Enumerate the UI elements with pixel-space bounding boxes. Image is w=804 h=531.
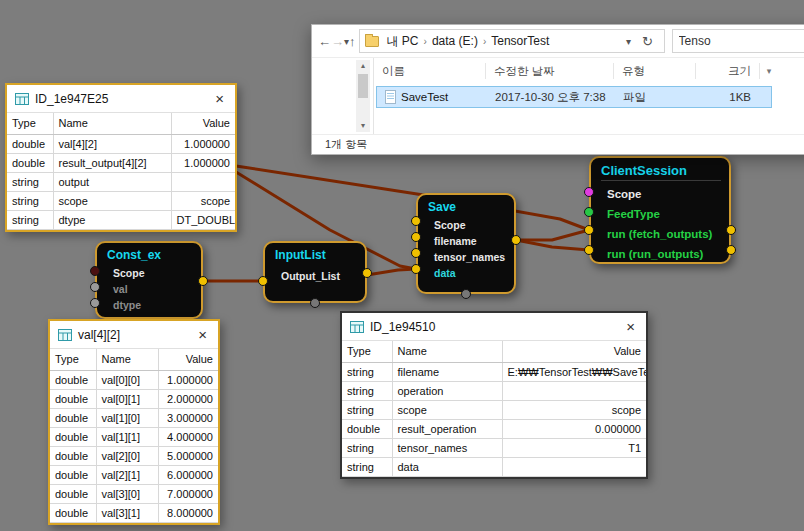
scrollbar-thumb[interactable] <box>358 74 368 98</box>
table-row[interactable]: double val[1][1] 4.000000 <box>50 427 218 446</box>
file-row-savetest[interactable]: SaveTest 2017-10-30 오후 7:38 파일 1KB <box>376 86 772 108</box>
table-row[interactable]: string operation <box>342 381 646 400</box>
input-port[interactable] <box>258 276 268 286</box>
input-port-run-fetch[interactable] <box>584 225 594 235</box>
port-label-run-run: run (run_outputs) <box>607 244 721 264</box>
explorer-body: ▴ ▾ 이름 수정한 날짜 유형 크기 ▾ <box>312 57 804 134</box>
port-label-scope: Scope <box>113 265 193 281</box>
table-row[interactable]: double result_output[4][2] 1.000000 <box>7 153 235 172</box>
table-row[interactable]: double val[3][1] 8.000000 <box>50 503 218 522</box>
table-row[interactable]: string filename E:₩₩TensorTest₩₩SaveTest <box>342 362 646 381</box>
table-row[interactable]: string output <box>7 172 235 191</box>
flow-port[interactable] <box>310 298 320 308</box>
cell-type: string <box>7 210 53 229</box>
file-list: 이름 수정한 날짜 유형 크기 ▾ SaveTest <box>374 58 804 134</box>
cell-name: val[1][0] <box>96 408 158 427</box>
cell-value: 5.000000 <box>158 446 218 465</box>
input-port-feedtype[interactable] <box>584 207 594 217</box>
table-header-row: Type Name Value <box>342 341 646 362</box>
column-header-size[interactable]: 크기 <box>696 63 760 79</box>
file-name: SaveTest <box>401 91 448 103</box>
column-header-type[interactable]: 유형 <box>614 63 696 79</box>
output-port[interactable] <box>198 276 208 286</box>
address-dropdown-chevron-icon[interactable]: ▾ <box>621 36 637 47</box>
cell-value: E:₩₩TensorTest₩₩SaveTest <box>502 362 646 381</box>
input-port-scope[interactable] <box>411 216 421 226</box>
column-header-name[interactable]: 이름 <box>374 63 486 79</box>
node-const-ex[interactable]: Const_ex Scope val dtype <box>95 241 203 319</box>
node-inputlist[interactable]: InputList Output_List <box>263 241 367 303</box>
forward-icon[interactable]: → <box>331 34 344 49</box>
input-port-scope[interactable] <box>90 266 100 276</box>
port-label-data: data <box>434 265 506 281</box>
node-clientsession[interactable]: ClientSession Scope FeedType run (fetch_… <box>589 156 731 264</box>
explorer-toolbar: ← → ▾ ↑ 내 PC › data (E:) › TensorTest ▾ … <box>312 25 804 57</box>
output-port[interactable] <box>362 268 372 278</box>
cell-name: val[2][1] <box>96 465 158 484</box>
file-icon <box>385 90 396 104</box>
close-icon[interactable]: × <box>212 91 227 106</box>
address-bar[interactable]: 내 PC › data (E:) › TensorTest ▾ ↻ <box>359 29 665 53</box>
table-row[interactable]: double result_operation 0.000000 <box>342 419 646 438</box>
scroll-up-icon[interactable]: ▴ <box>361 60 365 72</box>
input-port-filename[interactable] <box>411 232 421 242</box>
size-filter-chevron-icon[interactable]: ▾ <box>760 66 778 76</box>
breadcrumb-root[interactable]: 내 PC <box>382 33 424 50</box>
flow-port[interactable] <box>461 289 471 299</box>
tree-scrollbar[interactable]: ▴ ▾ <box>356 60 370 132</box>
search-input[interactable] <box>672 29 804 53</box>
cell-value <box>502 457 646 476</box>
node-editor-canvas[interactable]: Const_ex Scope val dtype InputList Outpu… <box>0 0 804 531</box>
cell-type: double <box>7 153 53 172</box>
cell-type: double <box>50 484 96 503</box>
refresh-icon[interactable]: ↻ <box>637 34 659 49</box>
cell-name: output <box>53 172 171 191</box>
scroll-down-icon[interactable]: ▾ <box>361 120 365 132</box>
input-port-run-run[interactable] <box>584 245 594 255</box>
output-port-run-run[interactable] <box>726 245 736 255</box>
output-port-run-fetch[interactable] <box>726 225 736 235</box>
input-port-tensor-names[interactable] <box>411 248 421 258</box>
table-row[interactable]: double val[4][2] 1.000000 <box>7 134 235 153</box>
breadcrumb-drive[interactable]: data (E:) <box>427 34 483 48</box>
table-icon <box>350 321 364 333</box>
table-row[interactable]: double val[3][0] 7.000000 <box>50 484 218 503</box>
input-port-scope[interactable] <box>584 187 594 197</box>
table-row[interactable]: double val[2][1] 6.000000 <box>50 465 218 484</box>
panel-titlebar[interactable]: ID_1e947E25 × <box>7 85 235 113</box>
table-row[interactable]: double val[0][0] 1.000000 <box>50 370 218 389</box>
table-row[interactable]: double val[1][0] 3.000000 <box>50 408 218 427</box>
cell-value: 7.000000 <box>158 484 218 503</box>
cell-type: double <box>50 408 96 427</box>
table-row[interactable]: double val[0][1] 2.000000 <box>50 389 218 408</box>
close-icon[interactable]: × <box>623 319 638 334</box>
panel-titlebar[interactable]: val[4][2] × <box>50 321 218 349</box>
breadcrumb-folder[interactable]: TensorTest <box>486 34 554 48</box>
output-port[interactable] <box>511 235 521 245</box>
port-label-dtype: dtype <box>113 297 193 313</box>
table-row[interactable]: string tensor_names T1 <box>342 438 646 457</box>
cell-name: scope <box>392 400 502 419</box>
panel-titlebar[interactable]: ID_1e94510 × <box>342 313 646 341</box>
table-row[interactable]: string dtype DT_DOUBLE <box>7 210 235 229</box>
file-modified: 2017-10-30 오후 7:38 <box>487 90 615 105</box>
input-port-val[interactable] <box>90 282 100 292</box>
properties-table: Type Name Value double val[0][0] 1.00000… <box>50 349 218 523</box>
node-save[interactable]: Save Scope filename tensor_names data <box>416 193 516 294</box>
table-header-row: Type Name Value <box>7 113 235 134</box>
table-row[interactable]: string data <box>342 457 646 476</box>
input-port-dtype[interactable] <box>90 298 100 308</box>
col-value: Value <box>158 349 218 370</box>
table-row[interactable]: string scope scope <box>7 191 235 210</box>
cell-name: val[1][1] <box>96 427 158 446</box>
properties-panel-2: val[4][2] × Type Name Value double val[0… <box>48 319 220 525</box>
close-icon[interactable]: × <box>195 327 210 342</box>
column-header-modified[interactable]: 수정한 날짜 <box>486 63 614 79</box>
up-icon[interactable]: ↑ <box>349 34 356 49</box>
table-row[interactable]: double val[2][0] 5.000000 <box>50 446 218 465</box>
back-icon[interactable]: ← <box>318 34 331 49</box>
cell-name: val[3][0] <box>96 484 158 503</box>
table-row[interactable]: string scope scope <box>342 400 646 419</box>
table-icon <box>58 329 72 341</box>
input-port-data[interactable] <box>411 264 421 274</box>
